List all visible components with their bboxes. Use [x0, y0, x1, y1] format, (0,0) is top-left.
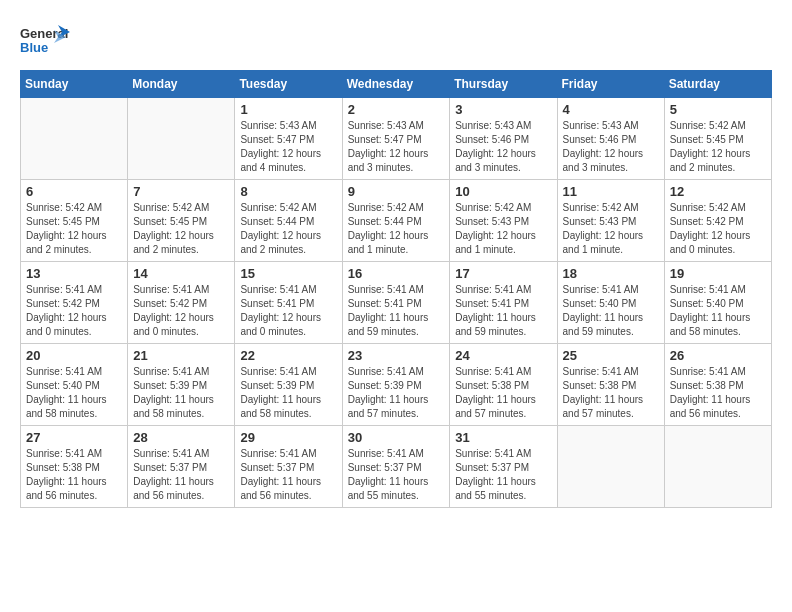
- day-number: 23: [348, 348, 445, 363]
- day-cell: 21Sunrise: 5:41 AM Sunset: 5:39 PM Dayli…: [128, 344, 235, 426]
- col-header-tuesday: Tuesday: [235, 71, 342, 98]
- day-info: Sunrise: 5:41 AM Sunset: 5:39 PM Dayligh…: [240, 365, 336, 421]
- day-cell: 11Sunrise: 5:42 AM Sunset: 5:43 PM Dayli…: [557, 180, 664, 262]
- day-info: Sunrise: 5:41 AM Sunset: 5:40 PM Dayligh…: [26, 365, 122, 421]
- day-cell: [21, 98, 128, 180]
- day-info: Sunrise: 5:41 AM Sunset: 5:39 PM Dayligh…: [133, 365, 229, 421]
- day-number: 27: [26, 430, 122, 445]
- day-info: Sunrise: 5:41 AM Sunset: 5:37 PM Dayligh…: [455, 447, 551, 503]
- day-info: Sunrise: 5:42 AM Sunset: 5:45 PM Dayligh…: [670, 119, 766, 175]
- logo: General Blue: [20, 20, 70, 60]
- day-info: Sunrise: 5:42 AM Sunset: 5:43 PM Dayligh…: [563, 201, 659, 257]
- day-number: 30: [348, 430, 445, 445]
- day-cell: 10Sunrise: 5:42 AM Sunset: 5:43 PM Dayli…: [450, 180, 557, 262]
- col-header-saturday: Saturday: [664, 71, 771, 98]
- day-number: 29: [240, 430, 336, 445]
- day-number: 17: [455, 266, 551, 281]
- day-info: Sunrise: 5:43 AM Sunset: 5:47 PM Dayligh…: [348, 119, 445, 175]
- day-number: 31: [455, 430, 551, 445]
- day-cell: 28Sunrise: 5:41 AM Sunset: 5:37 PM Dayli…: [128, 426, 235, 508]
- day-cell: 14Sunrise: 5:41 AM Sunset: 5:42 PM Dayli…: [128, 262, 235, 344]
- day-cell: 27Sunrise: 5:41 AM Sunset: 5:38 PM Dayli…: [21, 426, 128, 508]
- day-info: Sunrise: 5:41 AM Sunset: 5:38 PM Dayligh…: [455, 365, 551, 421]
- day-info: Sunrise: 5:41 AM Sunset: 5:42 PM Dayligh…: [26, 283, 122, 339]
- calendar: SundayMondayTuesdayWednesdayThursdayFrid…: [20, 70, 772, 508]
- day-info: Sunrise: 5:41 AM Sunset: 5:41 PM Dayligh…: [455, 283, 551, 339]
- day-cell: 2Sunrise: 5:43 AM Sunset: 5:47 PM Daylig…: [342, 98, 450, 180]
- day-cell: 5Sunrise: 5:42 AM Sunset: 5:45 PM Daylig…: [664, 98, 771, 180]
- day-info: Sunrise: 5:41 AM Sunset: 5:38 PM Dayligh…: [26, 447, 122, 503]
- day-info: Sunrise: 5:41 AM Sunset: 5:37 PM Dayligh…: [348, 447, 445, 503]
- calendar-header-row: SundayMondayTuesdayWednesdayThursdayFrid…: [21, 71, 772, 98]
- col-header-sunday: Sunday: [21, 71, 128, 98]
- day-number: 14: [133, 266, 229, 281]
- day-number: 18: [563, 266, 659, 281]
- day-info: Sunrise: 5:42 AM Sunset: 5:44 PM Dayligh…: [348, 201, 445, 257]
- logo-icon: General Blue: [20, 20, 70, 60]
- day-number: 20: [26, 348, 122, 363]
- day-cell: 22Sunrise: 5:41 AM Sunset: 5:39 PM Dayli…: [235, 344, 342, 426]
- week-row-2: 6Sunrise: 5:42 AM Sunset: 5:45 PM Daylig…: [21, 180, 772, 262]
- day-number: 10: [455, 184, 551, 199]
- day-cell: 6Sunrise: 5:42 AM Sunset: 5:45 PM Daylig…: [21, 180, 128, 262]
- day-number: 24: [455, 348, 551, 363]
- day-number: 22: [240, 348, 336, 363]
- day-info: Sunrise: 5:41 AM Sunset: 5:38 PM Dayligh…: [563, 365, 659, 421]
- day-cell: [557, 426, 664, 508]
- day-info: Sunrise: 5:41 AM Sunset: 5:38 PM Dayligh…: [670, 365, 766, 421]
- day-info: Sunrise: 5:41 AM Sunset: 5:42 PM Dayligh…: [133, 283, 229, 339]
- day-cell: 12Sunrise: 5:42 AM Sunset: 5:42 PM Dayli…: [664, 180, 771, 262]
- header: General Blue: [20, 20, 772, 60]
- day-cell: 4Sunrise: 5:43 AM Sunset: 5:46 PM Daylig…: [557, 98, 664, 180]
- day-cell: 13Sunrise: 5:41 AM Sunset: 5:42 PM Dayli…: [21, 262, 128, 344]
- day-cell: 26Sunrise: 5:41 AM Sunset: 5:38 PM Dayli…: [664, 344, 771, 426]
- day-cell: 31Sunrise: 5:41 AM Sunset: 5:37 PM Dayli…: [450, 426, 557, 508]
- week-row-4: 20Sunrise: 5:41 AM Sunset: 5:40 PM Dayli…: [21, 344, 772, 426]
- day-info: Sunrise: 5:42 AM Sunset: 5:44 PM Dayligh…: [240, 201, 336, 257]
- day-number: 21: [133, 348, 229, 363]
- day-info: Sunrise: 5:41 AM Sunset: 5:39 PM Dayligh…: [348, 365, 445, 421]
- col-header-wednesday: Wednesday: [342, 71, 450, 98]
- day-number: 4: [563, 102, 659, 117]
- day-number: 3: [455, 102, 551, 117]
- day-cell: 16Sunrise: 5:41 AM Sunset: 5:41 PM Dayli…: [342, 262, 450, 344]
- day-info: Sunrise: 5:42 AM Sunset: 5:43 PM Dayligh…: [455, 201, 551, 257]
- day-cell: 1Sunrise: 5:43 AM Sunset: 5:47 PM Daylig…: [235, 98, 342, 180]
- day-info: Sunrise: 5:42 AM Sunset: 5:42 PM Dayligh…: [670, 201, 766, 257]
- day-number: 8: [240, 184, 336, 199]
- day-info: Sunrise: 5:43 AM Sunset: 5:46 PM Dayligh…: [455, 119, 551, 175]
- day-number: 9: [348, 184, 445, 199]
- day-number: 28: [133, 430, 229, 445]
- day-cell: 29Sunrise: 5:41 AM Sunset: 5:37 PM Dayli…: [235, 426, 342, 508]
- day-info: Sunrise: 5:41 AM Sunset: 5:41 PM Dayligh…: [348, 283, 445, 339]
- day-number: 19: [670, 266, 766, 281]
- day-number: 25: [563, 348, 659, 363]
- day-cell: 3Sunrise: 5:43 AM Sunset: 5:46 PM Daylig…: [450, 98, 557, 180]
- col-header-monday: Monday: [128, 71, 235, 98]
- day-info: Sunrise: 5:41 AM Sunset: 5:37 PM Dayligh…: [133, 447, 229, 503]
- day-number: 7: [133, 184, 229, 199]
- day-cell: 9Sunrise: 5:42 AM Sunset: 5:44 PM Daylig…: [342, 180, 450, 262]
- col-header-friday: Friday: [557, 71, 664, 98]
- day-cell: 8Sunrise: 5:42 AM Sunset: 5:44 PM Daylig…: [235, 180, 342, 262]
- day-info: Sunrise: 5:41 AM Sunset: 5:40 PM Dayligh…: [670, 283, 766, 339]
- day-number: 12: [670, 184, 766, 199]
- col-header-thursday: Thursday: [450, 71, 557, 98]
- day-number: 2: [348, 102, 445, 117]
- day-cell: 24Sunrise: 5:41 AM Sunset: 5:38 PM Dayli…: [450, 344, 557, 426]
- week-row-3: 13Sunrise: 5:41 AM Sunset: 5:42 PM Dayli…: [21, 262, 772, 344]
- week-row-5: 27Sunrise: 5:41 AM Sunset: 5:38 PM Dayli…: [21, 426, 772, 508]
- day-number: 26: [670, 348, 766, 363]
- day-info: Sunrise: 5:42 AM Sunset: 5:45 PM Dayligh…: [133, 201, 229, 257]
- day-cell: 25Sunrise: 5:41 AM Sunset: 5:38 PM Dayli…: [557, 344, 664, 426]
- day-info: Sunrise: 5:41 AM Sunset: 5:41 PM Dayligh…: [240, 283, 336, 339]
- day-number: 15: [240, 266, 336, 281]
- day-number: 13: [26, 266, 122, 281]
- day-cell: 20Sunrise: 5:41 AM Sunset: 5:40 PM Dayli…: [21, 344, 128, 426]
- day-number: 5: [670, 102, 766, 117]
- day-info: Sunrise: 5:43 AM Sunset: 5:47 PM Dayligh…: [240, 119, 336, 175]
- svg-text:Blue: Blue: [20, 40, 48, 55]
- day-cell: 23Sunrise: 5:41 AM Sunset: 5:39 PM Dayli…: [342, 344, 450, 426]
- day-cell: [128, 98, 235, 180]
- week-row-1: 1Sunrise: 5:43 AM Sunset: 5:47 PM Daylig…: [21, 98, 772, 180]
